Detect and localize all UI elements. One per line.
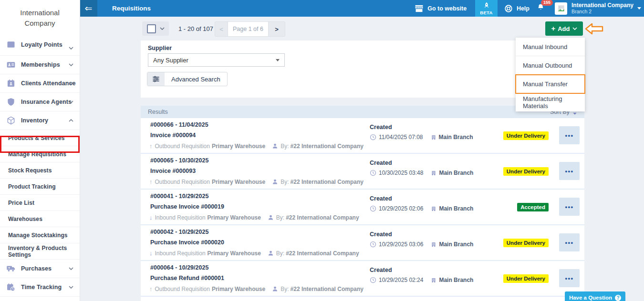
- requisition-document: Purchase Refund #000001: [150, 275, 224, 281]
- created-timestamp: 10/29/2025 02:24: [379, 277, 423, 283]
- sidebar-item-products-services[interactable]: Products & Services: [0, 130, 80, 146]
- storefront-icon: [415, 5, 424, 12]
- warehouse-name: Primary Warehouse: [208, 250, 261, 257]
- prev-page-button[interactable]: <: [215, 22, 228, 36]
- add-menu-item-manual-inbound[interactable]: Manual Inbound: [516, 38, 585, 56]
- topbar: ⇐ Requisitions Go to website BETA: [80, 0, 644, 17]
- next-page-button[interactable]: >: [269, 22, 285, 36]
- clock-icon: [370, 134, 376, 140]
- sidebar-item-stock-requests[interactable]: Stock Requests: [0, 162, 80, 178]
- chevron-down-icon: [572, 27, 577, 30]
- row-actions-button[interactable]: •••: [559, 162, 580, 180]
- sidebar-item-clients-attendance[interactable]: Clients Attendance: [0, 74, 80, 92]
- sidebar-item-label: Inventory & Products Settings: [8, 245, 80, 258]
- sidebar-item-label: Insurance Agents: [21, 99, 72, 105]
- main-area: ⇐ Requisitions Go to website BETA: [80, 0, 644, 301]
- have-a-question-button[interactable]: Have a Question ?: [565, 291, 625, 301]
- beta-button[interactable]: BETA: [475, 0, 498, 17]
- company-switcher[interactable]: International Company Branch 2: [571, 2, 634, 14]
- outbound-arrow-icon: ↑: [149, 178, 153, 185]
- status-badge: Under Delivery: [503, 131, 549, 140]
- requisition-id-date: #000041 - 10/29/2025: [150, 193, 208, 200]
- advanced-search-button[interactable]: Advanced Search: [147, 72, 228, 86]
- sidebar-item-manage-requisitions[interactable]: Manage Requisitions: [0, 146, 80, 162]
- add-menu-item-manual-outbound[interactable]: Manual Outbound: [516, 56, 585, 75]
- row-actions-button[interactable]: •••: [559, 198, 580, 216]
- sidebar-item-insurance-agents[interactable]: Insurance Agents: [0, 92, 80, 111]
- person-icon: [272, 143, 278, 149]
- add-menu-item-manual-transfer[interactable]: Manual Transfer: [516, 75, 585, 93]
- sidebar-item-price-list[interactable]: Price List: [0, 194, 80, 211]
- menu-item-label: Manual Transfer: [523, 80, 568, 88]
- row-actions-button[interactable]: •••: [559, 126, 580, 144]
- sidebar-item-label: Inventory: [21, 117, 48, 124]
- company-logo: International Company: [0, 0, 80, 41]
- sidebar-item-product-tracking[interactable]: Product Tracking: [0, 178, 80, 194]
- status-badge: Accepted: [517, 203, 549, 211]
- branch-name: Main Branch: [439, 170, 473, 176]
- branch-name: Main Branch: [439, 134, 473, 140]
- status-badge: Under Delivery: [503, 239, 549, 247]
- row-actions-button[interactable]: •••: [559, 233, 580, 251]
- branch-name: Main Branch: [439, 277, 473, 283]
- topbar-right: Go to website BETA Help: [415, 0, 641, 17]
- sidebar-item-label: Stock Requests: [8, 167, 52, 174]
- sidebar-item-inventory[interactable]: Inventory: [0, 111, 80, 130]
- requisition-meta: ↑Outbound RequisitionPrimary WarehouseBy…: [149, 142, 364, 150]
- back-button[interactable]: ⇐: [80, 0, 97, 17]
- requisition-id-date: #000066 - 11/04/2025: [150, 121, 208, 128]
- direction-label: Outbound Requisition: [155, 286, 210, 292]
- caret-down-icon: [276, 59, 280, 61]
- branch-name: Main Branch: [439, 241, 473, 248]
- created-info: Created10/29/2025 02:24Main Branch: [370, 267, 473, 283]
- sliders-icon: [147, 72, 165, 86]
- direction-label: Outbound Requisition: [155, 143, 210, 150]
- by-label: By:: [280, 143, 289, 150]
- sidebar-item-loyalty-points[interactable]: Loyalty Points: [0, 41, 80, 55]
- select-all-dropdown[interactable]: [142, 21, 169, 36]
- chevron-down-icon: [69, 100, 73, 103]
- branch-name: Main Branch: [439, 205, 473, 212]
- row-actions-button[interactable]: •••: [559, 269, 580, 287]
- supplier-select[interactable]: Any Supplier: [148, 53, 285, 67]
- clock-icon: [370, 205, 376, 212]
- sidebar-item-purchases[interactable]: Purchases: [0, 259, 80, 278]
- life-ring-icon: [504, 4, 513, 13]
- branch-icon: [431, 277, 436, 283]
- created-info: Created10/30/2025 03:48Main Branch: [370, 160, 473, 176]
- branch-icon: [431, 206, 436, 212]
- sidebar-item-memberships[interactable]: Memberships: [0, 55, 80, 74]
- add-button[interactable]: + Add: [545, 21, 583, 36]
- sidebar-item-label: Loyalty Points: [21, 41, 62, 48]
- created-by: #22 International Company: [286, 250, 359, 257]
- requisition-meta: ↓Inbound RequisitionPrimary WarehouseBy:…: [149, 214, 359, 221]
- beta-label: BETA: [480, 10, 493, 15]
- created-timestamp: 10/29/2025 02:06: [379, 205, 423, 212]
- sidebar-item-label: Time Tracking: [21, 284, 62, 291]
- go-to-website-button[interactable]: Go to website: [415, 5, 467, 12]
- sidebar-item-warehouses[interactable]: Warehouses: [0, 211, 80, 227]
- notifications-button[interactable]: 155: [537, 3, 544, 13]
- created-label: Created: [370, 231, 473, 238]
- logo-line2: Company: [0, 18, 80, 29]
- warehouse-name: Primary Warehouse: [212, 143, 265, 150]
- requisition-row: #000042 - 10/29/2025Purchase Invoice #00…: [141, 225, 584, 261]
- plus-icon: +: [551, 24, 555, 32]
- sidebar-item-time-tracking[interactable]: Time Tracking: [0, 278, 80, 296]
- help-button[interactable]: Help: [504, 4, 530, 13]
- warehouse-name: Primary Warehouse: [212, 286, 265, 292]
- results-title: Results: [148, 109, 168, 115]
- page: International Company Loyalty PointsMemb…: [0, 0, 644, 301]
- sidebar-item-inventory-products-settings[interactable]: Inventory & Products Settings: [0, 243, 80, 259]
- memberships-icon: [6, 60, 16, 70]
- select-all-checkbox[interactable]: [147, 24, 156, 33]
- company-avatar[interactable]: [555, 2, 567, 15]
- add-menu-item-manufacturing-materials[interactable]: Manufacturing Materials: [516, 93, 585, 111]
- page-indicator: Page 1 of 6: [228, 22, 269, 36]
- menu-item-label: Manual Outbound: [523, 62, 572, 69]
- by-label: By:: [280, 286, 289, 292]
- sidebar-item-label: Memberships: [21, 61, 60, 68]
- sidebar-item-finance[interactable]: Finance: [0, 296, 80, 301]
- by-label: By:: [276, 214, 284, 221]
- sidebar-item-manage-stocktakings[interactable]: Manage Stocktakings: [0, 227, 80, 243]
